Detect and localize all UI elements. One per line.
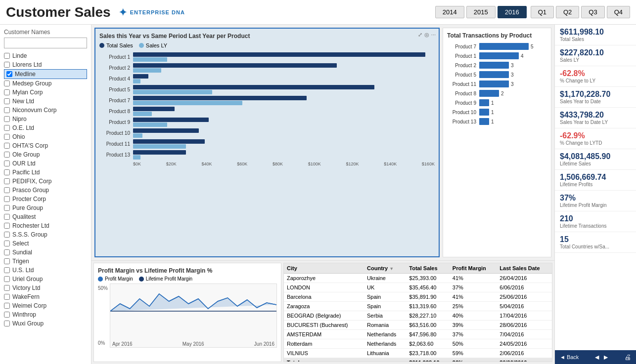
q1-btn[interactable]: Q1 — [531, 6, 554, 18]
bar-chart-x-axis: $0K$20K$40K$60K$80K$100K$120K$140K$160K — [99, 162, 435, 166]
back-button[interactable]: ◄ Back — [560, 354, 579, 360]
sidebar-item-pedifix,-corp[interactable]: PEDIFIX, Corp — [4, 177, 87, 186]
sidebar-item-s.s.s.-group[interactable]: S.S.S. Group — [4, 230, 87, 239]
bar-chart-rows: Product 1Product 2Product 4Product 5Prod… — [99, 52, 435, 160]
table-row[interactable]: VILNIUSLithuania$23,718.0059%2/06/2016 — [284, 349, 552, 358]
txn-row-product-1: Product 14 — [447, 52, 547, 59]
sidebar-item-ohta's-corp[interactable]: OHTA'S Corp — [4, 141, 87, 150]
sidebar-item-medline[interactable]: Medline — [4, 69, 87, 79]
sidebar-item-wakefern[interactable]: WakeFern — [4, 292, 87, 301]
year-filter-group: 2014 2015 2016 — [435, 6, 527, 18]
city-sales-table: City Country ▼ Total Sales Profit Margin… — [284, 263, 552, 362]
expand-icon[interactable]: ⤢ — [418, 32, 422, 38]
profit-sparkline — [110, 284, 276, 338]
y-label-0: 0% — [98, 340, 108, 346]
kpi-panel: $611,998.10Total Sales$227,820.10Sales L… — [554, 25, 636, 364]
sidebar-item-rochester-ltd[interactable]: Rochester Ltd — [4, 221, 87, 230]
customer-sidebar: Customer Names LindeLlorens LtdMedlineMe… — [0, 25, 91, 364]
data-table-panel: City Country ▼ Total Sales Profit Margin… — [283, 263, 552, 362]
bar-chart-title: Sales this Year vs Same Period Last Year… — [99, 33, 435, 40]
sidebar-item-llorens-ltd[interactable]: Llorens Ltd — [4, 60, 87, 69]
sidebar-item-victory-ltd[interactable]: Victory Ltd — [4, 283, 87, 292]
table-row[interactable]: BEOGRAD (Belgrade)Serbia$28,227.1040%17/… — [284, 311, 552, 321]
table-row[interactable]: ZaragozaSpain$13,319.6025%5/04/2016 — [284, 302, 552, 311]
sidebar-item-procter-corp[interactable]: Procter Corp — [4, 195, 87, 203]
legend-sales-ly: Sales LY — [139, 42, 167, 48]
sidebar-item-select[interactable]: Select — [4, 239, 87, 248]
year-2014-btn[interactable]: 2014 — [435, 6, 464, 18]
sidebar-item-prasco-group[interactable]: Prasco Group — [4, 186, 87, 195]
sidebar-title: Customer Names — [4, 29, 87, 36]
profit-chart-panel: Profit Margin vs Lifetime Profit Margin … — [93, 263, 281, 362]
sidebar-item-mylan-corp[interactable]: Mylan Corp — [4, 88, 87, 97]
col-country: Country ▼ — [364, 263, 406, 274]
sidebar-item-winthrop[interactable]: Winthrop — [4, 310, 87, 319]
legend-total-sales: Total Sales — [99, 42, 133, 48]
sidebar-item-linde[interactable]: Linde — [4, 51, 87, 60]
bar-row-product-8: Product 8 — [99, 107, 435, 116]
kpi-item--change-to-lytd: -62.9%% Change to LYTD — [555, 128, 636, 149]
bar-row-product-11: Product 11 — [99, 139, 435, 149]
sidebar-item-niconovum-corp[interactable]: Niconovum Corp — [4, 106, 87, 115]
kpi-item-lifetime-profits: 1,506,669.74Lifetime Profits — [555, 170, 636, 191]
sidebar-item-u.s.-ltd[interactable]: U.S. Ltd — [4, 266, 87, 275]
table-body: ZaporozhyeUkraine$25,393.0041%26/04/2016… — [284, 274, 552, 362]
prev-arrow[interactable]: ◄ — [593, 353, 600, 361]
txn-rows: Product 75Product 14Product 23Product 53… — [447, 43, 547, 125]
sidebar-item-uriel-group[interactable]: Uriel Group — [4, 275, 87, 283]
quarter-filter-group: Q1 Q2 Q3 Q4 — [531, 6, 630, 18]
txn-row-product-13: Product 131 — [447, 118, 547, 125]
print-button[interactable]: 🖨 — [624, 353, 631, 361]
next-arrow[interactable]: ► — [602, 353, 609, 361]
kpi-item-sales-year-to-date: $1,170,228.70Sales Year to Date — [555, 87, 636, 108]
year-2015-btn[interactable]: 2015 — [466, 6, 496, 18]
kpi-item--change-to-ly: -62.8%% Change to LY — [555, 66, 636, 87]
x-label-apr: Apr 2016 — [112, 341, 133, 347]
sidebar-item-medsep-group[interactable]: Medsep Group — [4, 79, 87, 88]
table-row[interactable]: AMSTERDAMNetherlands$47,596.8037%7/04/20… — [284, 330, 552, 339]
q2-btn[interactable]: Q2 — [556, 6, 579, 18]
kpi-item-sales-year-to-date-ly: $433,798.20Sales Year to Date LY — [555, 108, 636, 128]
table-row[interactable]: LONDONUK$35,456.4037%6/06/2016 — [284, 283, 552, 292]
col-last-date: Last Sales Date — [497, 263, 552, 274]
q3-btn[interactable]: Q3 — [581, 6, 604, 18]
nav-arrows: ◄ ► — [593, 353, 609, 361]
sidebar-item-weimei-corp[interactable]: Weimei Corp — [4, 301, 87, 310]
customer-search-input[interactable] — [4, 38, 87, 48]
sidebar-item-qualitest[interactable]: Qualitest — [4, 212, 87, 221]
bar-row-product-13: Product 13 — [99, 150, 435, 160]
bar-row-product-1: Product 1 — [99, 52, 435, 62]
bar-chart-legend: Total Sales Sales LY — [99, 42, 435, 48]
legend-profit-margin: Profit Margin — [98, 276, 133, 282]
more-icon[interactable]: ··· — [431, 32, 436, 38]
logo-text: ENTERPRISE DNA — [130, 9, 185, 15]
sidebar-item-sundial[interactable]: Sundial — [4, 248, 87, 257]
sidebar-item-nipro[interactable]: Nipro — [4, 115, 87, 123]
sidebar-item-o.e.-ltd[interactable]: O.E. Ltd — [4, 123, 87, 132]
txn-row-product-10: Product 101 — [447, 109, 547, 116]
sidebar-item-pacific-ltd[interactable]: Pacific Ltd — [4, 168, 87, 177]
y-label-50: 50% — [98, 285, 108, 291]
kpi-item-lifetime-transactions: 210Lifetime Transactions — [555, 211, 636, 232]
x-label-may: May 2016 — [182, 341, 204, 347]
back-label: Back — [567, 354, 579, 360]
focus-icon[interactable]: ◎ — [424, 32, 429, 38]
sidebar-item-pure-group[interactable]: Pure Group — [4, 203, 87, 212]
sidebar-item-ole-group[interactable]: Ole Group — [4, 150, 87, 159]
table-row[interactable]: RotterdamNetherlands$2,063.6050%24/05/20… — [284, 339, 552, 349]
kpi-item-lifetime-profit-margin: 37%Lifetime Profit Margin — [555, 191, 636, 211]
sidebar-item-trigen[interactable]: Trigen — [4, 257, 87, 266]
table-row[interactable]: BarcelonaSpain$35,891.9041%25/06/2016 — [284, 292, 552, 302]
table-row[interactable]: ZaporozhyeUkraine$25,393.0041%26/04/2016 — [284, 274, 552, 283]
kpi-item-sales-ly: $227,820.10Sales LY — [555, 45, 636, 66]
table-total-row: Total$611,998.1036%30/06/2016 — [284, 358, 552, 362]
bar-row-product-2: Product 2 — [99, 63, 435, 73]
table-row[interactable]: BUCURESTI (Bucharest)Romania$63,516.0039… — [284, 321, 552, 330]
sidebar-item-new-ltd[interactable]: New Ltd — [4, 97, 87, 106]
sidebar-item-our-ltd[interactable]: OUR Ltd — [4, 159, 87, 168]
sidebar-item-wuxi-group[interactable]: Wuxi Group — [4, 319, 87, 328]
sidebar-item-ohio[interactable]: Ohio — [4, 132, 87, 141]
panel-icons: ⤢ ◎ ··· — [418, 32, 436, 38]
q4-btn[interactable]: Q4 — [607, 6, 630, 18]
year-2016-btn[interactable]: 2016 — [498, 6, 527, 18]
